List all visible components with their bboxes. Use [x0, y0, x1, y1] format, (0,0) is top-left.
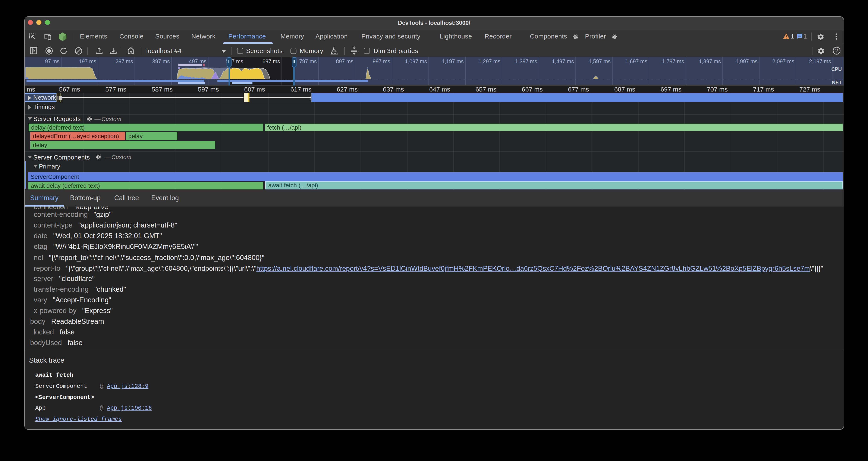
svg-text:?: ?	[835, 48, 838, 54]
